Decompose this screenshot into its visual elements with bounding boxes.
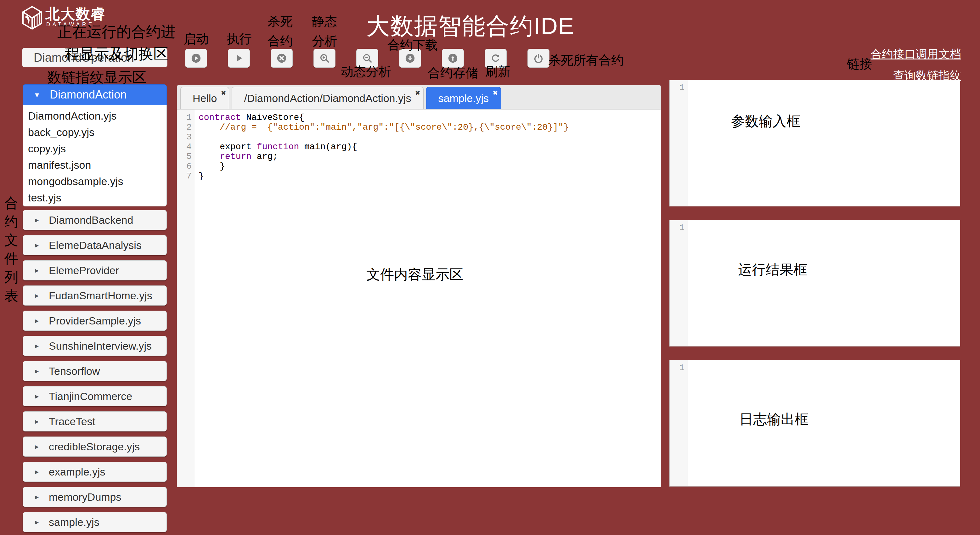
line-number: 6 [177,161,195,171]
tab-diamondaction-diamondaction-yjs[interactable]: /DiamondAction/DiamondAction.yjs✖ [232,87,423,109]
x-circle-icon [276,53,287,64]
chevron-right-icon: ▸ [35,392,39,401]
tab-label: Hello [192,92,217,104]
chevron-right-icon: ▸ [35,467,39,476]
file-item[interactable]: back_copy.yjs [23,124,167,140]
zoom-in-icon [319,53,330,64]
sidebar-group-diamondbackend[interactable]: ▸DiamondBackend [23,210,167,230]
annotation-contract-file-list: 合约文件列表 [3,194,19,305]
chevron-right-icon: ▸ [35,241,39,250]
line-number: 4 [177,142,195,152]
close-icon[interactable]: ✖ [415,90,420,96]
sidebar-group-sample-yjs[interactable]: ▸sample.yjs [23,512,167,532]
editor-tab-bar: Hello✖/DiamondAction/DiamondAction.yjs✖s… [177,85,661,110]
kill-all-contracts-button[interactable] [527,49,549,68]
code-line: } [196,171,661,181]
annotation-kill-all: 杀死所有合约 [548,52,627,69]
play-circle-icon [191,53,201,64]
tab-label: /DiamondAction/DiamondAction.yjs [244,92,411,104]
logo-subtitle: DATAWARE [46,21,94,28]
store-contract-button[interactable] [442,49,464,68]
result-panel-gutter: 1 [670,220,688,346]
tab-sample-yjs[interactable]: sample.yjs✖ [426,87,501,109]
sidebar-group-elemedataanalysis[interactable]: ▸ElemeDataAnalysis [23,235,167,255]
annotation-start: 启动 [174,30,218,48]
sidebar-group-tracetest[interactable]: ▸TraceTest [23,411,167,432]
tab-label: sample.yjs [438,92,489,104]
chevron-right-icon: ▸ [35,341,39,350]
param-input-panel[interactable]: 1 [670,80,960,207]
close-icon[interactable]: ✖ [221,90,226,96]
line-number: 1 [670,363,688,373]
line-number: 1 [670,223,688,232]
contract-api-doc-link[interactable]: 合约接口调用文档 [870,46,961,62]
sidebar-group-diamondaction[interactable]: ▾ DiamondAction [23,84,167,105]
log-panel-gutter: 1 [670,360,688,486]
sidebar-group-memorydumps[interactable]: ▸memoryDumps [23,487,167,507]
refresh-button[interactable] [485,49,507,68]
dataware-cube-icon [22,6,42,30]
sidebar-group-tensorflow[interactable]: ▸Tensorflow [23,361,167,381]
code-gutter: 1234567 [177,110,195,487]
code-line: //arg = {"action":"main","arg":"[{\"scor… [196,123,661,132]
start-button[interactable] [185,49,207,68]
line-number: 1 [177,113,195,123]
line-number: 7 [177,171,195,181]
line-number: 2 [177,123,195,132]
static-analysis-button[interactable] [313,49,336,68]
download-contract-button[interactable] [399,49,421,68]
power-icon [533,53,544,64]
dynamic-analysis-button[interactable] [356,49,378,68]
log-output-panel[interactable]: 1 [670,360,960,487]
sidebar-group-providersample-yjs[interactable]: ▸ProviderSample.yjs [23,310,167,331]
chevron-right-icon: ▸ [35,316,39,325]
tab-hello[interactable]: Hello✖ [180,87,229,109]
file-item[interactable]: copy.yjs [23,140,167,157]
line-number: 5 [177,152,195,161]
zoom-out-icon [362,53,372,64]
toolbar [185,49,549,68]
ide-page: { "app": { "background_color": "#8b3636"… [0,0,980,535]
param-panel-gutter: 1 [670,80,688,206]
run-result-panel[interactable]: 1 [670,220,960,347]
kill-contract-button[interactable] [270,49,293,68]
code-line: return arg; [196,152,661,161]
chevron-right-icon: ▸ [35,266,39,275]
sidebar-group-crediblestorage-yjs[interactable]: ▸credibleStorage.yjs [23,436,167,457]
close-icon[interactable]: ✖ [493,90,498,96]
chevron-right-icon: ▸ [35,518,39,527]
file-item[interactable]: mongodbsample.yjs [23,173,167,189]
sidebar-group-tianjincommerce[interactable]: ▸TianjinCommerce [23,386,167,406]
annotation-links: 链接 [845,56,873,73]
download-circle-icon [405,53,415,64]
chevron-right-icon: ▸ [35,291,39,300]
chevron-right-icon: ▸ [35,216,39,225]
execute-button[interactable] [228,49,250,68]
code-line: export function main(arg){ [196,142,661,152]
sidebar-group-sunshineinterview-yjs[interactable]: ▸SunshineInterview.yjs [23,336,167,356]
page-title: 大数据智能合约IDE [366,11,574,42]
annotation-static-analysis: 静态分析 [310,12,339,51]
file-item[interactable]: manifest.json [23,157,167,173]
file-item[interactable]: test.yjs [23,189,167,206]
line-number: 1 [670,83,688,92]
sidebar-group-fudansmarthome-yjs[interactable]: ▸FudanSmartHome.yjs [23,285,167,306]
sidebar-group-elemeprovider[interactable]: ▸ElemeProvider [23,260,167,280]
chevron-down-icon: ▾ [35,90,39,100]
running-contract-select[interactable] [22,48,167,67]
annotation-fingerprint-area: 数链指纹显示区 [47,68,145,87]
sidebar-group-example-yjs[interactable]: ▸example.yjs [23,462,167,482]
code-lines: contract NaiveStore{ //arg = {"action":"… [196,113,661,181]
file-item[interactable]: DiamondAction.yjs [23,108,167,124]
upload-circle-icon [447,53,458,64]
chevron-right-icon: ▸ [35,442,39,451]
query-chain-fingerprint-link[interactable]: 查询数链指纹 [893,68,961,83]
logo-name: 北大数睿 [45,5,106,24]
code-editor[interactable]: 1234567 contract NaiveStore{ //arg = {"a… [177,110,661,487]
chevron-right-icon: ▸ [35,492,39,502]
chevron-right-icon: ▸ [35,417,39,426]
refresh-icon [490,53,501,64]
annotation-execute: 执行 [217,30,261,48]
play-icon [234,53,244,64]
code-line [196,132,661,142]
